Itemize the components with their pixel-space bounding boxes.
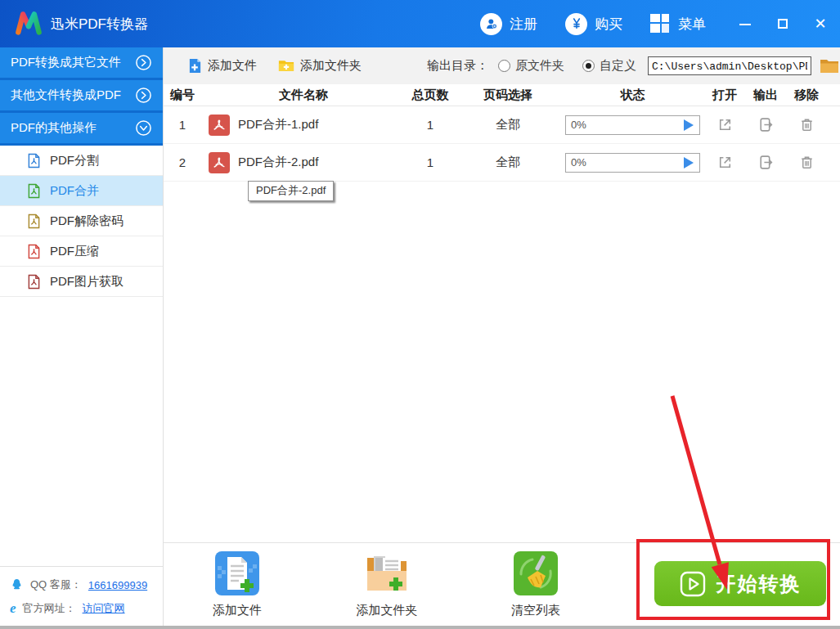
- minimize-button[interactable]: [739, 17, 752, 30]
- page-count: 1: [406, 118, 455, 132]
- window-bottom-edge: [0, 626, 840, 629]
- filename-tooltip: PDF合并-2.pdf: [248, 181, 334, 201]
- col-header-open: 打开: [704, 88, 745, 103]
- sidebar-category-pdf-to-other[interactable]: PDF转换成其它文件: [0, 47, 163, 80]
- file-list-empty-area: [164, 182, 840, 542]
- add-folder-label: 添加文件夹: [300, 58, 362, 74]
- row-play-icon[interactable]: [684, 157, 694, 168]
- open-external-icon: [716, 116, 734, 133]
- browser-e-icon: e: [10, 602, 16, 615]
- clear-list-broom-icon: [513, 550, 559, 597]
- col-header-remove: 移除: [786, 88, 827, 103]
- table-row: 1 PDF合并-1.pdf 1 全部 0%: [164, 106, 840, 144]
- category-label: 其他文件转换成PDF: [11, 88, 121, 103]
- file-name-cell[interactable]: PDF合并-2.pdf: [201, 152, 406, 173]
- sidebar-item-pdf-merge[interactable]: PDF合并: [0, 176, 163, 206]
- trash-icon: [798, 154, 815, 171]
- maximize-button[interactable]: [776, 17, 789, 30]
- status-cell: 0%: [561, 153, 704, 173]
- add-folder-button[interactable]: 添加文件夹: [278, 58, 362, 74]
- col-header-pages: 总页数: [406, 88, 455, 103]
- register-label: 注册: [510, 15, 537, 34]
- add-file-big-label: 添加文件: [213, 603, 262, 618]
- close-button[interactable]: ✕: [814, 17, 827, 30]
- sidebar-category-pdf-other-ops[interactable]: PDF的其他操作: [0, 113, 163, 146]
- output-dir-label: 输出目录：: [427, 58, 488, 74]
- chevron-down-circle-icon: [135, 119, 152, 137]
- pdf-doc-icon: [27, 153, 41, 168]
- output-path-input[interactable]: [648, 56, 811, 75]
- category-label: PDF的其他操作: [11, 120, 97, 136]
- sidebar-item-pdf-extract-images[interactable]: PDF图片获取: [0, 267, 163, 297]
- start-convert-button[interactable]: 开始转换: [654, 561, 826, 606]
- remove-row-button[interactable]: [786, 116, 827, 133]
- top-toolbar: 添加文件 添加文件夹 输出目录： 原文件夹 自定义: [164, 47, 840, 84]
- pdf-file-icon: [209, 152, 230, 173]
- sidebar-item-pdf-compress[interactable]: PDF压缩: [0, 236, 163, 267]
- radio-custom[interactable]: 自定义: [582, 58, 636, 74]
- register-button[interactable]: 注册: [480, 13, 537, 35]
- pdf-doc-icon: [27, 213, 41, 229]
- page-range[interactable]: 全部: [455, 155, 561, 170]
- category-label: PDF转换成其它文件: [11, 55, 121, 70]
- app-title: 迅米PDF转换器: [51, 15, 148, 34]
- radio-original-label: 原文件夹: [515, 58, 564, 74]
- sidebar-footer: QQ 客服： 1661699939 e 官方网址： 访问官网: [0, 566, 163, 629]
- play-icon: [680, 571, 706, 597]
- open-file-button[interactable]: [704, 116, 745, 133]
- progress-percent: 0%: [566, 119, 586, 131]
- sidebar-item-label: PDF分割: [50, 153, 99, 168]
- col-header-filename: 文件名称: [201, 88, 406, 103]
- yen-icon: [565, 13, 587, 35]
- add-file-button[interactable]: 添加文件: [188, 58, 257, 74]
- export-arrow-icon: [757, 154, 775, 171]
- remove-row-button[interactable]: [786, 154, 827, 171]
- page-count: 1: [406, 155, 455, 169]
- menu-button[interactable]: 菜单: [650, 14, 706, 34]
- sidebar-item-pdf-remove-password[interactable]: PDF解除密码: [0, 206, 163, 236]
- row-play-icon[interactable]: [684, 119, 694, 131]
- add-folder-icon: [278, 59, 294, 73]
- titlebar-actions: 注册 购买 菜单 ✕: [452, 13, 827, 35]
- sidebar-item-pdf-split[interactable]: PDF分割: [0, 146, 163, 176]
- table-header: 编号 文件名称 总页数 页码选择 状态 打开 输出 移除: [164, 84, 840, 106]
- row-number: 2: [164, 155, 201, 169]
- file-name: PDF合并-2.pdf: [238, 155, 318, 170]
- body: PDF转换成其它文件 其他文件转换成PDF PDF的其他操作 PDF分割: [0, 47, 840, 629]
- qq-number-link[interactable]: 1661699939: [88, 579, 147, 591]
- add-folder-big-icon: [363, 550, 411, 597]
- app-logo-icon: [13, 8, 44, 39]
- clear-list-button[interactable]: 清空列表: [487, 550, 585, 618]
- add-file-big-button[interactable]: 添加文件: [188, 550, 286, 618]
- buy-button[interactable]: 购买: [565, 13, 622, 35]
- pdf-doc-icon: [27, 244, 41, 259]
- sidebar: PDF转换成其它文件 其他文件转换成PDF PDF的其他操作 PDF分割: [0, 47, 164, 629]
- menu-label: 菜单: [678, 15, 706, 34]
- file-name: PDF合并-1.pdf: [238, 117, 318, 133]
- radio-custom-label: 自定义: [600, 58, 636, 74]
- open-output-button[interactable]: [745, 154, 786, 171]
- radio-circle-icon: [498, 60, 510, 72]
- open-file-button[interactable]: [704, 154, 745, 171]
- sidebar-item-label: PDF解除密码: [50, 213, 124, 229]
- add-folder-big-label: 添加文件夹: [357, 603, 418, 618]
- file-name-cell[interactable]: PDF合并-1.pdf: [201, 115, 406, 136]
- col-header-status: 状态: [561, 88, 704, 103]
- browse-folder-button[interactable]: [820, 58, 839, 74]
- add-file-icon: [188, 58, 202, 74]
- qq-service-label: QQ 客服：: [30, 577, 82, 592]
- official-site-link[interactable]: 访问官网: [83, 601, 125, 616]
- pdf-file-icon: [209, 115, 230, 136]
- sidebar-category-other-to-pdf[interactable]: 其他文件转换成PDF: [0, 80, 163, 113]
- radio-original-folder[interactable]: 原文件夹: [498, 58, 564, 74]
- sidebar-item-label: PDF图片获取: [50, 274, 124, 290]
- pdf-doc-icon: [27, 274, 41, 290]
- open-output-button[interactable]: [745, 116, 786, 133]
- main-panel: 添加文件 添加文件夹 输出目录： 原文件夹 自定义: [164, 47, 840, 629]
- open-external-icon: [716, 154, 734, 171]
- folder-icon: [820, 58, 839, 74]
- window-controls: ✕: [739, 17, 827, 30]
- add-folder-big-button[interactable]: 添加文件夹: [338, 550, 436, 618]
- start-convert-label: 开始转换: [716, 571, 802, 597]
- page-range[interactable]: 全部: [455, 117, 561, 133]
